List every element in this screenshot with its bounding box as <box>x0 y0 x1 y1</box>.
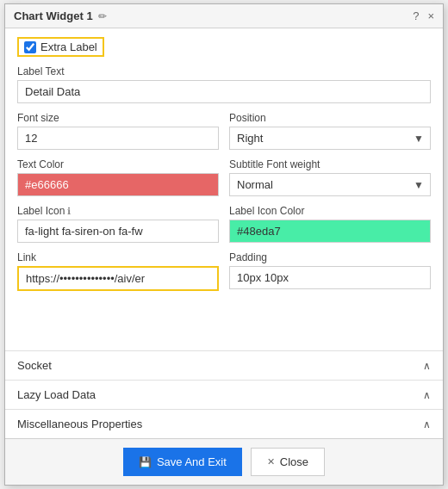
misc-chevron-icon: ∧ <box>423 418 431 430</box>
save-button-label: Save And Exit <box>157 455 227 468</box>
position-group: Position Left Right Center ▼ <box>229 112 431 150</box>
close-button-label: Close <box>280 455 308 468</box>
padding-label: Padding <box>229 251 431 263</box>
link-group: Link <box>17 251 219 291</box>
icon-color-row: Label Icon ℹ Label Icon Color <box>17 205 431 243</box>
lazy-load-chevron-icon: ∧ <box>423 389 431 401</box>
extra-label-checkbox-wrapper: Extra Label <box>17 37 104 57</box>
color-font-weight-row: Text Color Subtitle Font weight Normal B… <box>17 158 431 196</box>
label-icon-group: Label Icon ℹ <box>17 205 219 243</box>
position-select[interactable]: Left Right Center <box>229 127 431 150</box>
text-color-group: Text Color <box>17 158 219 196</box>
link-input[interactable] <box>19 268 217 289</box>
label-icon-color-label: Label Icon Color <box>229 205 431 217</box>
lazy-load-label: Lazy Load Data <box>17 388 96 401</box>
font-size-group: Font size <box>17 112 219 150</box>
label-text-group: Label Text <box>17 65 431 103</box>
position-label: Position <box>229 112 431 124</box>
font-position-row: Font size Position Left Right Center ▼ <box>17 112 431 150</box>
text-color-input[interactable] <box>17 173 219 196</box>
title-actions: ? × <box>413 9 434 22</box>
link-label: Link <box>17 251 219 263</box>
font-size-label: Font size <box>17 112 219 124</box>
dialog-footer: 💾 Save And Exit ✕ Close <box>5 438 443 485</box>
chart-widget-dialog: Chart Widget 1 ✏ ? × Extra Label Label T… <box>4 3 444 486</box>
font-size-input[interactable] <box>17 127 219 150</box>
dialog-title: Chart Widget 1 <box>14 9 93 22</box>
text-color-label: Text Color <box>17 158 219 170</box>
edit-icon[interactable]: ✏ <box>98 10 107 22</box>
save-and-exit-button[interactable]: 💾 Save And Exit <box>123 448 242 476</box>
label-icon-label: Label Icon ℹ <box>17 205 219 217</box>
misc-label: Miscellaneous Properties <box>17 418 142 430</box>
padding-input[interactable] <box>229 266 431 289</box>
close-x-icon: ✕ <box>267 456 275 467</box>
label-text-label: Label Text <box>17 65 431 77</box>
socket-label: Socket <box>17 359 52 372</box>
subtitle-font-select[interactable]: Normal Bold Italic <box>229 173 431 196</box>
link-padding-row: Link Padding <box>17 251 431 291</box>
label-icon-color-group: Label Icon Color <box>229 205 431 243</box>
close-dialog-button[interactable]: ✕ Close <box>251 448 325 476</box>
subtitle-font-select-wrapper: Normal Bold Italic ▼ <box>229 173 431 196</box>
title-left: Chart Widget 1 ✏ <box>14 9 107 22</box>
subtitle-font-label: Subtitle Font weight <box>229 158 431 170</box>
position-select-wrapper: Left Right Center ▼ <box>229 127 431 150</box>
extra-label-checkbox[interactable] <box>24 41 36 53</box>
label-icon-input[interactable] <box>17 220 219 243</box>
subtitle-font-group: Subtitle Font weight Normal Bold Italic … <box>229 158 431 196</box>
padding-group: Padding <box>229 251 431 291</box>
label-icon-info-icon: ℹ <box>67 206 71 217</box>
misc-section[interactable]: Miscellaneous Properties ∧ <box>5 409 443 438</box>
collapsible-sections: Socket ∧ Lazy Load Data ∧ Miscellaneous … <box>5 350 443 438</box>
extra-label-text: Extra Label <box>40 40 97 53</box>
label-icon-text: Label Icon <box>17 205 65 217</box>
label-text-row: Label Text <box>17 65 431 103</box>
close-button[interactable]: × <box>427 9 434 22</box>
label-icon-color-input[interactable] <box>229 220 431 243</box>
save-icon: 💾 <box>139 456 152 468</box>
label-text-input[interactable] <box>17 80 431 103</box>
link-input-wrapper <box>17 266 219 291</box>
extra-label-row: Extra Label <box>17 37 431 57</box>
lazy-load-section[interactable]: Lazy Load Data ∧ <box>5 380 443 409</box>
title-bar: Chart Widget 1 ✏ ? × <box>5 4 443 28</box>
socket-section[interactable]: Socket ∧ <box>5 350 443 380</box>
socket-chevron-icon: ∧ <box>423 360 431 372</box>
help-button[interactable]: ? <box>413 9 419 22</box>
dialog-content: Extra Label Label Text Font size Positio… <box>5 28 443 350</box>
